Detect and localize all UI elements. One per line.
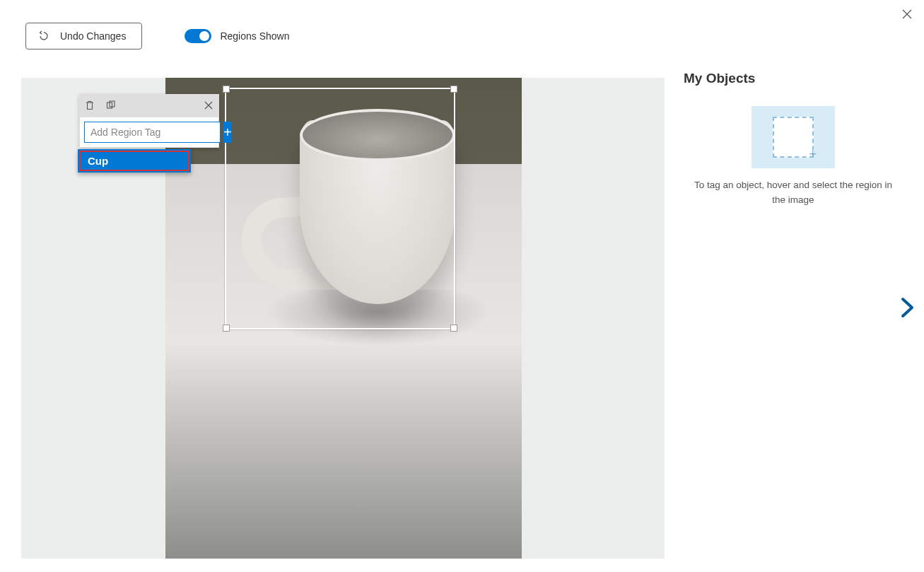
resize-handle-top-right[interactable] [450,86,457,93]
tag-popup-header [79,94,219,117]
image-preview[interactable] [165,78,522,559]
tag-popup: + Cup [79,94,219,148]
regions-shown-toggle-wrap: Regions Shown [185,29,289,43]
regions-shown-toggle[interactable] [185,29,211,43]
sidebar-hint: To tag an object, hover and select the r… [684,178,903,208]
close-dialog-icon[interactable] [899,6,916,23]
tag-suggestion-item[interactable]: Cup [79,151,189,171]
plus-icon: + [809,148,817,160]
undo-icon [37,30,49,42]
duplicate-region-icon[interactable] [105,99,117,112]
add-tag-button[interactable]: + [223,122,232,143]
resize-handle-bottom-left[interactable] [223,325,230,332]
objects-sidebar: My Objects + To tag an object, hover and… [684,71,903,208]
image-canvas-area: + Cup [21,78,665,559]
delete-region-icon[interactable] [83,99,96,112]
close-popup-icon[interactable] [202,99,215,112]
undo-label: Undo Changes [60,30,126,42]
placeholder-box-icon: + [773,117,814,158]
toggle-knob [199,31,209,41]
undo-changes-button[interactable]: Undo Changes [25,23,142,49]
selection-region[interactable] [225,88,455,329]
sidebar-title: My Objects [684,71,903,86]
add-object-placeholder[interactable]: + [752,106,835,168]
tag-input-row: + [79,117,219,148]
next-image-arrow[interactable] [900,297,916,321]
resize-handle-top-left[interactable] [223,86,230,93]
toolbar: Undo Changes Regions Shown [25,23,289,49]
resize-handle-bottom-right[interactable] [450,325,457,332]
regions-shown-label: Regions Shown [220,30,289,42]
tag-suggestion-dropdown: Cup [78,149,191,173]
region-tag-input[interactable] [84,122,221,143]
